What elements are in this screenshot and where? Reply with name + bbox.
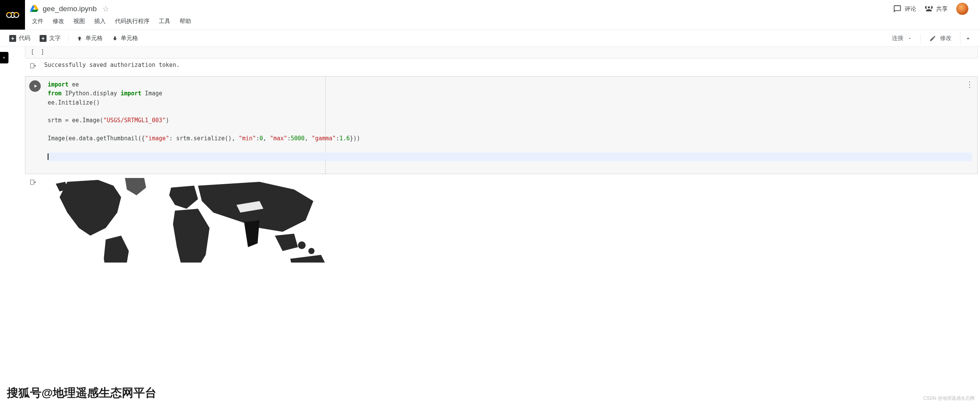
chevron-right-icon [2, 55, 7, 60]
code-cell[interactable]: ⋮ import ee from IPython.display import … [25, 76, 978, 174]
dropdown-icon [907, 36, 912, 41]
notebook-area[interactable]: [ ] Successfully saved authorization tok… [0, 47, 980, 404]
edit-label: 修改 [940, 35, 952, 42]
collapse-toolbar-button[interactable] [960, 32, 975, 45]
edit-button[interactable]: 修改 [924, 32, 957, 44]
chevron-up-icon [964, 35, 972, 42]
output-arrow-icon [30, 179, 37, 187]
comment-icon [893, 5, 902, 13]
toolbar: + 代码 + 文字 单元格 单元格 连接 修改 [0, 30, 980, 47]
menu-file[interactable]: 文件 [28, 15, 47, 27]
previous-cell[interactable]: [ ] [25, 47, 978, 58]
add-text-button[interactable]: + 文字 [35, 32, 65, 44]
cell-up-label: 单元格 [85, 35, 103, 42]
svg-point-9 [298, 241, 306, 249]
cell-down-label: 单元格 [121, 35, 138, 42]
connect-button[interactable]: 连接 [887, 32, 917, 44]
output-map-image [44, 178, 344, 263]
output-row: Successfully saved authorization token. [25, 59, 978, 76]
svg-rect-7 [30, 180, 34, 185]
drive-icon [30, 4, 39, 13]
active-line[interactable] [48, 153, 972, 161]
menu-help[interactable]: 帮助 [176, 15, 195, 27]
watermark-left: 搜狐号@地理遥感生态网平台 [7, 385, 156, 401]
svg-rect-6 [30, 63, 34, 68]
add-text-label: 文字 [49, 35, 61, 42]
colab-logo[interactable] [0, 0, 25, 30]
menu-insert[interactable]: 插入 [90, 15, 110, 27]
comment-label: 评论 [905, 5, 916, 13]
plus-icon: + [40, 35, 47, 42]
cell-up-button[interactable]: 单元格 [72, 32, 107, 44]
output-image-row [25, 174, 978, 263]
comment-button[interactable]: 评论 [893, 5, 916, 13]
menu-view[interactable]: 视图 [70, 15, 89, 27]
menu-tools[interactable]: 工具 [155, 15, 174, 27]
share-button[interactable]: 共享 [925, 5, 948, 13]
avatar[interactable] [956, 3, 968, 15]
header: gee_demo.ipynb ☆ 评论 共享 文件 修改 视图 [0, 0, 980, 30]
connect-label: 连接 [892, 35, 903, 42]
sidebar-toggle[interactable] [0, 52, 8, 63]
plus-icon: + [9, 35, 16, 42]
menubar: 文件 修改 视图 插入 代码执行程序 工具 帮助 [25, 15, 980, 30]
output-arrow-icon [30, 62, 37, 71]
code-editor[interactable]: import ee from IPython.display import Im… [25, 76, 977, 174]
share-icon [925, 5, 933, 13]
separator [68, 34, 69, 43]
arrow-up-icon [77, 35, 83, 42]
output-text: Successfully saved authorization token. [44, 62, 180, 68]
star-button[interactable]: ☆ [102, 4, 109, 13]
add-code-button[interactable]: + 代码 [5, 32, 35, 44]
cursor [48, 153, 48, 160]
exec-count-brackets: [ ] [31, 48, 46, 55]
filename[interactable]: gee_demo.ipynb [43, 5, 97, 13]
separator [920, 34, 921, 43]
arrow-down-icon [112, 35, 118, 42]
menu-edit[interactable]: 修改 [49, 15, 68, 27]
add-code-label: 代码 [19, 35, 30, 42]
cell-down-button[interactable]: 单元格 [107, 32, 143, 44]
share-label: 共享 [936, 5, 948, 13]
menu-runtime[interactable]: 代码执行程序 [111, 15, 153, 27]
pencil-icon [929, 35, 936, 42]
watermark-right: CSDN @地理遥感生态网 [923, 395, 975, 402]
svg-point-10 [308, 248, 314, 254]
